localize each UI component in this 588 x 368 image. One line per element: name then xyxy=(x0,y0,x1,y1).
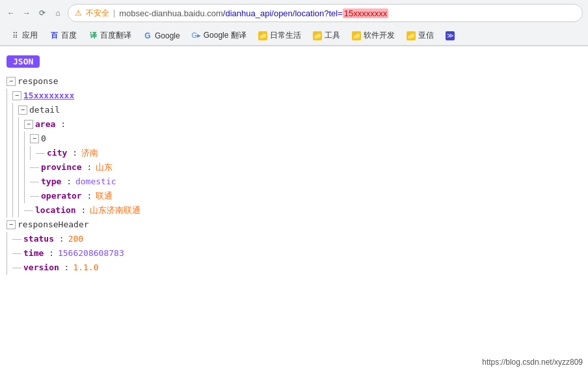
bookmark-google-translate[interactable]: G▸ Google 翻译 xyxy=(187,29,252,42)
bookmark-dev-label: 软件开发 xyxy=(364,30,395,41)
bookmark-tools[interactable]: 📁 工具 xyxy=(308,29,345,42)
response-label: response xyxy=(18,74,59,89)
index0-toggle[interactable]: − xyxy=(30,134,39,143)
url-path: /dianhua_api/open/location?tel= xyxy=(223,8,343,18)
dev-icon: 📁 xyxy=(352,31,361,40)
time-value: 1566208608783 xyxy=(58,246,124,261)
detail-row: − detail xyxy=(0,103,588,117)
location-row: location : 山东济南联通 xyxy=(0,203,588,218)
index0-label: 0 xyxy=(41,132,46,146)
insecure-label: 不安全 xyxy=(86,8,109,19)
tools-icon: 📁 xyxy=(313,31,322,40)
version-key: version xyxy=(23,261,59,275)
bookmark-google-label: Google xyxy=(155,31,180,40)
operator-key: operator xyxy=(41,189,82,203)
detail-label: detail xyxy=(29,103,60,117)
address-bar[interactable]: ⚠ 不安全 | mobsec-dianhua.baidu.com/dianhua… xyxy=(68,4,583,22)
bookmarks-bar: ⠿ 应用 百 百度 译 百度翻译 G Google G▸ Google 翻译 📁… xyxy=(0,26,588,46)
bookmark-yaxin[interactable]: 📁 亚信 xyxy=(401,29,439,42)
time-key: time xyxy=(23,246,44,261)
bookmark-daily-label: 日常生活 xyxy=(270,30,301,41)
city-value: 济南 xyxy=(81,146,98,160)
version-colon: : xyxy=(59,261,70,275)
bookmark-google-translate-label: Google 翻译 xyxy=(204,30,247,41)
city-row: city : 济南 xyxy=(0,146,588,160)
area-key: area xyxy=(35,117,55,132)
google-icon: G xyxy=(143,31,152,40)
fanyi-icon: 译 xyxy=(88,31,98,40)
operator-value: 联通 xyxy=(96,189,113,203)
detail-toggle[interactable]: − xyxy=(18,106,27,115)
url-text: mobsec-dianhua.baidu.com/dianhua_api/ope… xyxy=(119,8,576,18)
response-header-label: responseHeader xyxy=(18,218,89,232)
time-colon: : xyxy=(44,246,54,261)
province-row: province : 山东 xyxy=(0,160,588,175)
phone-key-label: 15xxxxxxxx xyxy=(23,89,74,103)
apps-icon: ⠿ xyxy=(10,31,20,40)
bookmark-fanyi[interactable]: 译 百度翻译 xyxy=(83,29,137,42)
type-row: type : domestic xyxy=(0,175,588,189)
forward-button[interactable]: → xyxy=(21,7,33,19)
type-value: domestic xyxy=(75,175,116,189)
bookmark-fanyi-label: 百度翻译 xyxy=(100,30,131,41)
reload-button[interactable]: ⟳ xyxy=(36,7,48,19)
phone-key-row: − 15xxxxxxxx xyxy=(0,89,588,103)
bookmark-google[interactable]: G Google xyxy=(138,30,185,42)
version-row: version : 1.1.0 xyxy=(0,261,588,275)
area-toggle[interactable]: − xyxy=(24,120,33,129)
status-value: 200 xyxy=(68,232,83,246)
type-colon: : xyxy=(61,175,72,189)
url-param: 15xxxxxxxx xyxy=(343,8,388,18)
response-row: − response xyxy=(0,74,588,89)
json-viewer: JSON − response − 15xxxxxxxx − detail xyxy=(0,46,588,307)
city-colon: : xyxy=(67,146,77,160)
extra-icon: ≫ xyxy=(446,31,455,40)
location-key: location xyxy=(35,203,76,218)
time-row: time : 1566208608783 xyxy=(0,246,588,261)
bookmark-baidu-label: 百度 xyxy=(61,30,77,41)
index0-row: − 0 xyxy=(0,132,588,146)
bookmark-apps-label: 应用 xyxy=(22,30,38,41)
browser-toolbar: ← → ⟳ ⌂ ⚠ 不安全 | mobsec-dianhua.baidu.com… xyxy=(0,0,588,26)
bookmark-baidu[interactable]: 百 百度 xyxy=(44,29,82,42)
bookmark-apps[interactable]: ⠿ 应用 xyxy=(5,29,43,42)
bookmark-extra[interactable]: ≫ xyxy=(440,30,460,42)
response-header-toggle[interactable]: − xyxy=(7,220,16,229)
city-key: city xyxy=(47,146,67,160)
version-value: 1.1.0 xyxy=(73,261,98,275)
daily-icon: 📁 xyxy=(258,31,267,40)
json-button[interactable]: JSON xyxy=(7,55,40,68)
google-translate-icon: G▸ xyxy=(192,31,201,40)
location-colon: : xyxy=(76,203,87,218)
response-toggle[interactable]: − xyxy=(7,77,16,86)
location-value: 山东济南联通 xyxy=(90,203,140,218)
status-key: status xyxy=(23,232,54,246)
response-header-row: − responseHeader xyxy=(0,218,588,232)
home-button[interactable]: ⌂ xyxy=(52,7,64,19)
area-row: − area : xyxy=(0,117,588,132)
area-colon: : xyxy=(55,117,66,132)
security-icon: ⚠ xyxy=(75,8,82,18)
bookmark-tools-label: 工具 xyxy=(325,30,340,41)
separator: | xyxy=(113,8,115,18)
url-domain: mobsec-dianhua.baidu.com xyxy=(119,8,223,18)
yaxin-icon: 📁 xyxy=(407,31,416,40)
status-colon: : xyxy=(54,232,64,246)
back-button[interactable]: ← xyxy=(5,7,17,19)
bookmark-daily[interactable]: 📁 日常生活 xyxy=(253,29,306,42)
bookmark-yaxin-label: 亚信 xyxy=(418,30,434,41)
phone-toggle[interactable]: − xyxy=(12,91,21,100)
bookmark-dev[interactable]: 📁 软件开发 xyxy=(347,29,400,42)
baidu-icon: 百 xyxy=(49,31,59,40)
province-value: 山东 xyxy=(96,160,113,175)
operator-row: operator : 联通 xyxy=(0,189,588,203)
operator-colon: : xyxy=(82,189,92,203)
type-key: type xyxy=(41,175,61,189)
browser-chrome: ← → ⟳ ⌂ ⚠ 不安全 | mobsec-dianhua.baidu.com… xyxy=(0,0,588,46)
province-colon: : xyxy=(82,160,92,175)
status-row: status : 200 xyxy=(0,232,588,246)
province-key: province xyxy=(41,160,82,175)
